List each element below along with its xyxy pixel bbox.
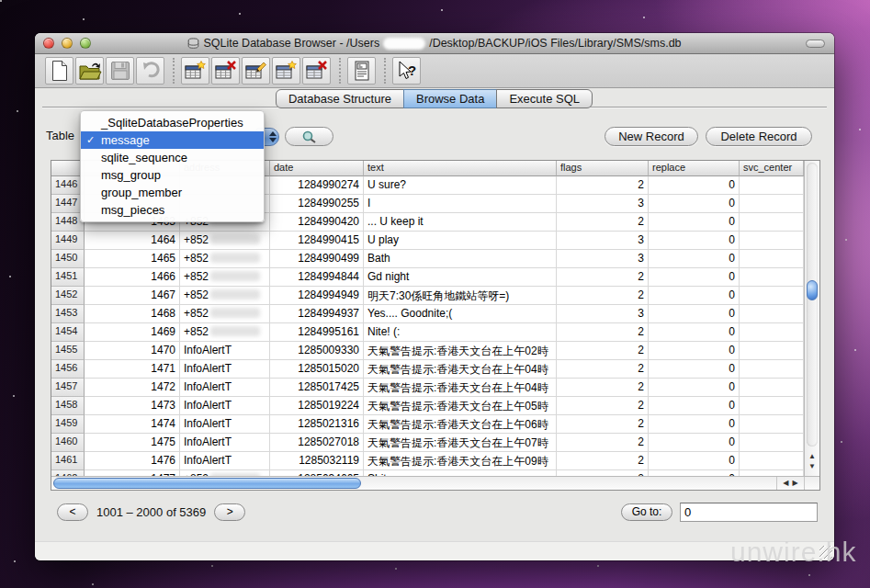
delete-table-button[interactable] <box>211 57 240 85</box>
cell-num[interactable]: 1451 <box>51 268 85 287</box>
cell-num[interactable]: 1459 <box>51 415 85 434</box>
cell-address[interactable]: +852 <box>180 232 270 250</box>
cell-date[interactable]: 1285017425 <box>270 379 364 397</box>
cell-rowid[interactable]: 1467 <box>85 287 180 305</box>
cell-flags[interactable]: 3 <box>557 232 649 250</box>
cell-replace[interactable]: 0 <box>649 323 740 342</box>
cell-svc[interactable] <box>740 470 804 476</box>
table-row[interactable]: 14621477+8521285034605Shit20 <box>51 470 804 476</box>
cell-num[interactable]: 1449 <box>51 232 85 250</box>
cell-address[interactable]: +852 <box>180 470 270 476</box>
sql-log-button[interactable] <box>347 57 376 85</box>
cell-replace[interactable]: 0 <box>649 176 740 195</box>
cell-rowid[interactable]: 1469 <box>85 323 180 342</box>
cell-replace[interactable]: 0 <box>649 379 740 397</box>
toolbar-toggle-button[interactable] <box>806 40 825 48</box>
cell-rowid[interactable]: 1477 <box>85 470 180 476</box>
cell-flags[interactable]: 2 <box>557 342 649 360</box>
table-row[interactable]: 14551470InfoAlertT1285009330天氣警告提示:香港天文台… <box>51 342 804 360</box>
vertical-scrollbar-track[interactable] <box>807 163 818 447</box>
table-row[interactable]: 14581473InfoAlertT1285019224天氣警告提示:香港天文台… <box>51 397 804 415</box>
cell-svc[interactable] <box>740 232 804 250</box>
horizontal-scrollbar-track[interactable] <box>51 478 776 489</box>
menu-item-msg_group[interactable]: msg_group <box>81 166 264 184</box>
table-row[interactable]: 14571472InfoAlertT1285017425天氣警告提示:香港天文台… <box>51 379 804 397</box>
cell-num[interactable]: 1457 <box>51 379 85 397</box>
cell-rowid[interactable]: 1474 <box>85 415 180 434</box>
cell-num[interactable]: 1454 <box>51 323 85 342</box>
cell-address[interactable]: +852 <box>180 287 270 305</box>
cell-num[interactable]: 1458 <box>51 397 85 415</box>
column-header-date[interactable]: date <box>270 161 364 176</box>
cell-replace[interactable]: 0 <box>649 232 740 250</box>
table-row[interactable]: 14491464+8521284990415U play30 <box>51 232 804 250</box>
cell-text[interactable]: Bath <box>364 250 557 268</box>
tab-browse-data[interactable]: Browse Data <box>403 89 497 108</box>
cell-svc[interactable] <box>740 323 804 342</box>
vertical-scrollbar-thumb[interactable] <box>807 280 818 300</box>
cell-flags[interactable]: 2 <box>557 360 649 379</box>
cell-replace[interactable]: 0 <box>649 434 740 452</box>
cell-text[interactable]: 天氣警告提示:香港天文台在上午02時 <box>364 342 557 360</box>
cell-replace[interactable]: 0 <box>649 250 740 268</box>
cell-flags[interactable]: 2 <box>557 470 649 476</box>
new-database-button[interactable] <box>45 57 73 85</box>
cell-rowid[interactable]: 1473 <box>85 397 180 415</box>
cell-text[interactable]: 天氣警告提示:香港天文台在上午06時 <box>364 415 557 434</box>
cell-svc[interactable] <box>740 195 804 213</box>
column-header-text[interactable]: text <box>364 161 557 176</box>
cell-text[interactable]: 天氣警告提示:香港天文台在上午04時 <box>364 360 557 379</box>
cell-svc[interactable] <box>740 250 804 268</box>
cell-num[interactable]: 1455 <box>51 342 85 360</box>
cell-rowid[interactable]: 1465 <box>85 250 180 268</box>
cell-svc[interactable] <box>740 452 804 470</box>
cell-text[interactable]: Shit <box>364 470 557 476</box>
cell-replace[interactable]: 0 <box>649 360 740 379</box>
cell-date[interactable]: 1284995161 <box>270 323 364 342</box>
tab-database-structure[interactable]: Database Structure <box>276 89 404 108</box>
cell-replace[interactable]: 0 <box>649 397 740 415</box>
cell-date[interactable]: 1285027018 <box>270 434 364 452</box>
table-row[interactable]: 14501465+8521284990499Bath30 <box>51 250 804 268</box>
cell-svc[interactable] <box>740 213 804 232</box>
cell-num[interactable]: 1452 <box>51 287 85 305</box>
cell-flags[interactable]: 2 <box>557 452 649 470</box>
cell-date[interactable]: 1284990255 <box>270 195 364 213</box>
cell-svc[interactable] <box>740 305 804 323</box>
cell-date[interactable]: 1285032119 <box>270 452 364 470</box>
cell-svc[interactable] <box>740 342 804 360</box>
table-row[interactable]: 14561471InfoAlertT1285015020天氣警告提示:香港天文台… <box>51 360 804 379</box>
cell-flags[interactable]: 2 <box>557 268 649 287</box>
cell-address[interactable]: InfoAlertT <box>180 434 270 452</box>
cell-flags[interactable]: 2 <box>557 323 649 342</box>
cell-rowid[interactable]: 1475 <box>85 434 180 452</box>
vertical-scrollbar[interactable]: ▲ ▼ <box>804 161 819 476</box>
cell-text[interactable]: 天氣警告提示:香港天文台在上午07時 <box>364 434 557 452</box>
menu-item-msg_pieces[interactable]: msg_pieces <box>81 201 264 219</box>
table-row[interactable]: 14591474InfoAlertT1285021316天氣警告提示:香港天文台… <box>51 415 804 434</box>
horizontal-scrollbar-thumb[interactable] <box>53 478 361 489</box>
scroll-left-arrow-icon[interactable]: ◀ <box>783 480 788 487</box>
cell-replace[interactable]: 0 <box>649 213 740 232</box>
cell-svc[interactable] <box>740 397 804 415</box>
whats-this-button[interactable]: ? <box>392 57 421 85</box>
cell-address[interactable]: InfoAlertT <box>180 415 270 434</box>
cell-date[interactable]: 1285019224 <box>270 397 364 415</box>
cell-replace[interactable]: 0 <box>649 342 740 360</box>
cell-rowid[interactable]: 1468 <box>85 305 180 323</box>
tab-execute-sql[interactable]: Execute SQL <box>496 89 593 108</box>
cell-num[interactable]: 1456 <box>51 360 85 379</box>
cell-address[interactable]: InfoAlertT <box>180 342 270 360</box>
cell-date[interactable]: 1284990274 <box>270 176 364 195</box>
cell-flags[interactable]: 2 <box>557 287 649 305</box>
cell-date[interactable]: 1284994949 <box>270 287 364 305</box>
cell-date[interactable]: 1284994844 <box>270 268 364 287</box>
table-row[interactable]: 14601475InfoAlertT1285027018天氣警告提示:香港天文台… <box>51 434 804 452</box>
cell-replace[interactable]: 0 <box>649 305 740 323</box>
create-table-button[interactable] <box>181 57 209 85</box>
cell-address[interactable]: InfoAlertT <box>180 360 270 379</box>
cell-flags[interactable]: 3 <box>557 305 649 323</box>
cell-date[interactable]: 1284990415 <box>270 232 364 250</box>
cell-address[interactable]: +852 <box>180 250 270 268</box>
cell-date[interactable]: 1285009330 <box>270 342 364 360</box>
